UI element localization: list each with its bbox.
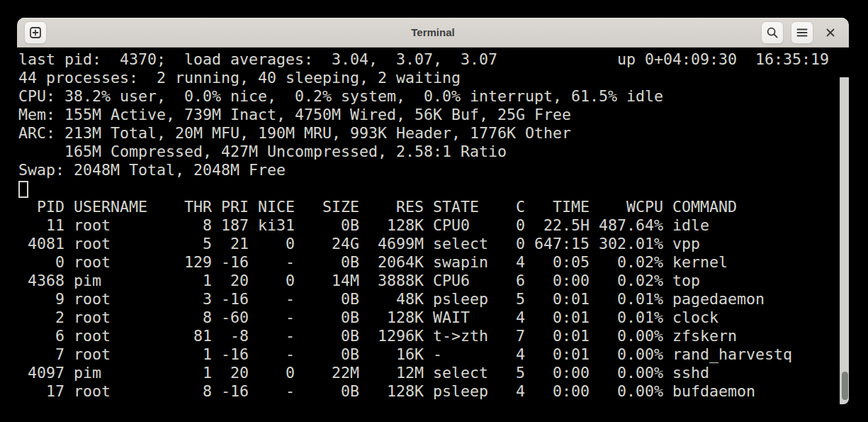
scrollbar-thumb[interactable] bbox=[842, 372, 848, 400]
titlebar-controls bbox=[761, 18, 840, 48]
search-icon bbox=[766, 26, 779, 39]
process-table-header: PID USERNAME THR PRI NICE SIZE RES STATE… bbox=[18, 198, 838, 216]
new-tab-icon bbox=[29, 26, 42, 39]
terminal-output: last pid: 4370; load averages: 3.04, 3.0… bbox=[18, 50, 838, 401]
menu-button[interactable] bbox=[791, 21, 813, 44]
close-button[interactable] bbox=[821, 21, 840, 44]
terminal-content[interactable]: last pid: 4370; load averages: 3.04, 3.0… bbox=[17, 48, 849, 404]
process-table-rows: 11 root 8 187 ki31 0B 128K CPU0 0 22.5H … bbox=[18, 216, 838, 401]
terminal-window: Terminal bbox=[17, 18, 849, 404]
new-tab-button[interactable] bbox=[24, 21, 47, 44]
window-title: Terminal bbox=[17, 18, 849, 47]
menu-icon bbox=[796, 26, 808, 39]
titlebar[interactable]: Terminal bbox=[17, 18, 849, 48]
search-button[interactable] bbox=[761, 21, 784, 44]
cursor-line bbox=[18, 179, 838, 198]
scrollbar[interactable] bbox=[840, 77, 849, 404]
close-icon bbox=[825, 27, 836, 38]
terminal-cursor bbox=[18, 181, 28, 198]
top-summary: last pid: 4370; load averages: 3.04, 3.0… bbox=[18, 50, 838, 179]
